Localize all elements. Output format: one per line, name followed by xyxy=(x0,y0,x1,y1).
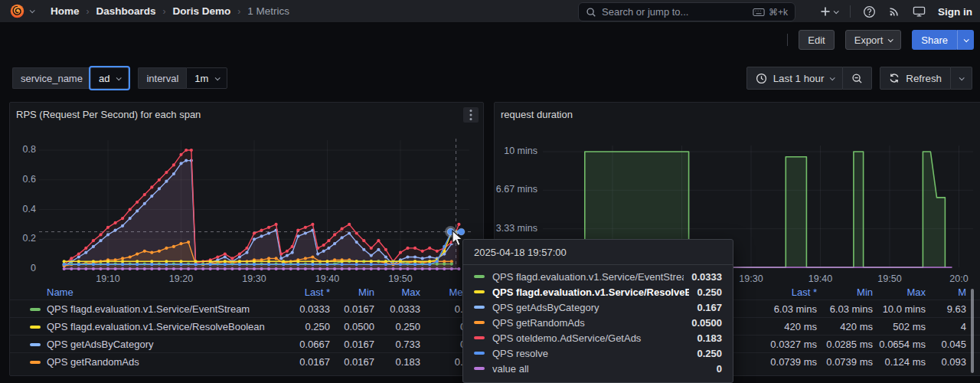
breadcrumb-separator-icon: › xyxy=(87,6,90,17)
series-name[interactable]: QPS getRandomAds xyxy=(47,356,139,368)
legend-header-mean[interactable]: M xyxy=(958,286,966,298)
breadcrumb-separator-icon: › xyxy=(163,6,166,17)
monitor-icon xyxy=(913,5,926,18)
display-button[interactable] xyxy=(913,5,926,18)
rps-chart[interactable] xyxy=(10,137,485,283)
news-button[interactable] xyxy=(888,5,900,18)
tooltip-series-name: QPS flagd.evaluation.v1.Service/ResolveB… xyxy=(492,286,689,298)
refresh-interval-button[interactable] xyxy=(951,67,972,90)
rss-icon xyxy=(888,5,900,18)
export-button[interactable]: Export xyxy=(845,30,902,50)
legend-scrollbar[interactable] xyxy=(971,289,974,373)
series-last-value: 6.03 mins xyxy=(774,303,817,315)
legend-header-last[interactable]: Last * xyxy=(792,286,817,298)
series-name[interactable]: QPS getAdsByCategory xyxy=(47,339,153,350)
share-split-button: Share xyxy=(912,30,974,50)
x-tick-label: 19:50 xyxy=(873,273,906,284)
refresh-icon xyxy=(889,73,900,83)
tooltip-series-name: QPS oteldemo.AdService/GetAds xyxy=(492,332,689,344)
chart-hover-tooltip: 2025-04-18 19:57:00 QPS flagd.evaluation… xyxy=(462,239,733,383)
series-min-value: 420 ms xyxy=(840,321,873,332)
legend-row: QPS getAdsByCategory0.06670.01670.7330.1 xyxy=(10,335,483,352)
rps-panel: RPS (Request Per Second) for each span 0… xyxy=(9,102,484,376)
breadcrumb-dashboards[interactable]: Dashboards xyxy=(96,5,156,17)
series-max-value: 0.183 xyxy=(395,356,420,368)
service-name-select[interactable]: ad xyxy=(90,67,129,89)
top-navigation-bar: Home › Dashboards › Doris Demo › 1 Metri… xyxy=(0,0,980,23)
tooltip-row: QPS oteldemo.AdService/GetAds0.183 xyxy=(463,330,733,345)
series-max-value: 0.124 ms xyxy=(885,356,926,368)
time-range-picker[interactable]: Last 1 hour xyxy=(746,67,844,90)
series-last-value: 0.0739 ms xyxy=(770,356,817,368)
tooltip-row: QPS resolve0.250 xyxy=(463,345,733,361)
series-mean-value: 4 xyxy=(961,321,966,332)
chevron-down-icon xyxy=(963,37,969,42)
tooltip-series-name: QPS getRandomAds xyxy=(492,317,684,329)
legend-header-min[interactable]: Min xyxy=(857,286,873,298)
series-name[interactable]: QPS flagd.evaluation.v1.Service/EventStr… xyxy=(47,303,250,315)
chevron-down-icon xyxy=(116,75,122,80)
rps-legend: NameLast *MinMaxMeanQPS flagd.evaluation… xyxy=(10,286,483,370)
legend-header-name[interactable]: Name xyxy=(47,286,74,298)
legend-header-max[interactable]: Max xyxy=(401,286,420,298)
x-tick-label: 19:30 xyxy=(734,273,768,284)
series-min-value: 0.0285 ms xyxy=(826,339,873,350)
service-name-variable: service_name ad xyxy=(12,67,129,89)
chevron-down-icon[interactable] xyxy=(30,8,35,13)
dashboard-action-bar: Edit Export Share xyxy=(787,29,974,51)
tooltip-series-value: 0.250 xyxy=(697,286,722,298)
chevron-down-icon xyxy=(959,75,965,80)
tooltip-series-value: 0.0500 xyxy=(691,317,722,329)
series-name[interactable]: QPS flagd.evaluation.v1.Service/ResolveB… xyxy=(47,321,265,332)
legend-header-max[interactable]: Max xyxy=(906,286,926,298)
panel-menu-icon[interactable] xyxy=(463,107,479,123)
tooltip-series-name: value all xyxy=(492,363,709,375)
tooltip-series-value: 0.167 xyxy=(697,302,722,313)
series-min-value: 0.0500 xyxy=(344,321,374,332)
series-max-value: 10.0 mins xyxy=(883,303,926,315)
breadcrumb-home[interactable]: Home xyxy=(51,5,80,17)
chevron-down-icon xyxy=(888,37,893,42)
tooltip-row: QPS flagd.evaluation.v1.Service/EventStr… xyxy=(463,269,733,284)
help-icon xyxy=(863,5,876,18)
breadcrumb-separator-icon: › xyxy=(237,6,240,17)
grafana-dashboard-page: { "topnav": { "separator": "›", "breadcr… xyxy=(0,0,980,383)
interval-label: interval xyxy=(138,67,186,89)
x-tick-label: 20:0 xyxy=(942,273,976,284)
breadcrumb-doris-demo[interactable]: Doris Demo xyxy=(173,5,231,17)
series-last-value: 0.0333 xyxy=(299,303,330,315)
divider xyxy=(850,5,851,18)
series-mean-value: 9.63 xyxy=(947,303,966,315)
edit-button[interactable]: Edit xyxy=(799,30,834,50)
share-button[interactable]: Share xyxy=(912,30,957,50)
legend-row: QPS flagd.evaluation.v1.Service/ResolveB… xyxy=(10,317,483,335)
series-color-chip xyxy=(30,343,41,346)
tooltip-series-name: QPS resolve xyxy=(492,348,689,359)
tooltip-series-value: 0 xyxy=(717,363,722,375)
series-color-chip xyxy=(474,336,485,339)
zoom-out-button[interactable] xyxy=(843,67,872,90)
series-mean-value: 0.093 xyxy=(941,356,966,368)
share-options-button[interactable] xyxy=(957,30,974,50)
search-input[interactable]: Search or jump to... ⌘+k xyxy=(578,2,795,21)
chevron-down-icon xyxy=(830,75,835,80)
panel-title: request duration xyxy=(501,109,573,120)
sign-in-button[interactable]: Sign in xyxy=(938,6,972,18)
tooltip-row: QPS flagd.evaluation.v1.Service/ResolveB… xyxy=(463,284,733,300)
series-min-value: 0.0167 xyxy=(344,339,374,350)
tooltip-series-name: QPS getAdsByCategory xyxy=(492,302,689,313)
add-menu-button[interactable] xyxy=(820,6,838,17)
chevron-down-icon xyxy=(834,8,839,14)
legend-header-last[interactable]: Last * xyxy=(305,286,330,298)
series-color-chip xyxy=(30,326,41,329)
series-max-value: 502 ms xyxy=(893,321,926,332)
interval-select[interactable]: 1m xyxy=(186,67,227,89)
series-color-chip xyxy=(30,308,41,311)
legend-header-min[interactable]: Min xyxy=(358,286,374,298)
clock-icon xyxy=(756,73,767,84)
series-color-chip xyxy=(474,306,485,309)
grafana-logo[interactable] xyxy=(9,3,25,19)
help-button[interactable] xyxy=(863,5,876,18)
tooltip-series-value: 0.0333 xyxy=(691,271,722,283)
refresh-button[interactable]: Refresh xyxy=(880,67,951,90)
